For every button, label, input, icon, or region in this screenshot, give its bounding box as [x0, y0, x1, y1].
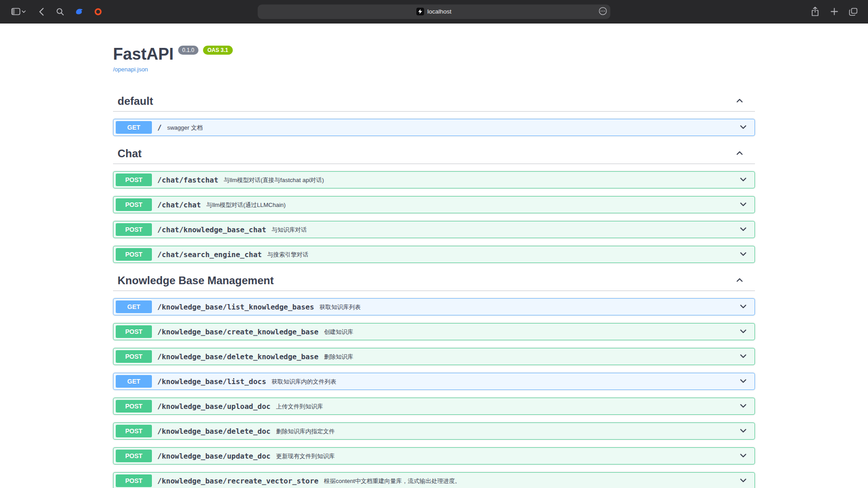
operation-list: GET /knowledge_base/list_knowledge_bases… — [113, 298, 755, 488]
back-button[interactable] — [33, 5, 49, 19]
method-badge: GET — [116, 121, 152, 134]
expand-operation-button[interactable] — [738, 475, 749, 487]
operation-row[interactable]: POST /knowledge_base/upload_doc 上传文件到知识库 — [113, 398, 755, 415]
operation-description: 更新现有文件到知识库 — [276, 452, 738, 460]
chevron-down-icon — [739, 249, 748, 260]
operation-row[interactable]: POST /knowledge_base/delete_doc 删除知识库内指定… — [113, 422, 755, 440]
method-badge: POST — [116, 325, 152, 338]
operation-summary[interactable]: GET /knowledge_base/list_docs 获取知识库内的文件列… — [113, 373, 755, 389]
operation-summary[interactable]: POST /knowledge_base/delete_doc 删除知识库内指定… — [113, 423, 755, 439]
operation-row[interactable]: POST /chat/knowledge_base_chat 与知识库对话 — [113, 221, 755, 238]
toolbar-right-group — [807, 5, 861, 19]
operation-path: /knowledge_base/list_knowledge_bases — [152, 303, 320, 311]
method-badge: GET — [116, 375, 152, 388]
operation-summary[interactable]: POST /chat/search_engine_chat 与搜索引擎对话 — [113, 246, 755, 263]
method-badge: POST — [116, 198, 152, 211]
chevron-down-icon — [739, 451, 748, 461]
operation-row[interactable]: POST /chat/fastchat 与llm模型对话(直接与fastchat… — [113, 171, 755, 188]
expand-operation-button[interactable] — [738, 224, 749, 236]
operation-summary[interactable]: POST /knowledge_base/upload_doc 上传文件到知识库 — [113, 398, 755, 414]
operation-path: /knowledge_base/update_doc — [152, 452, 276, 460]
collapse-section-button[interactable] — [734, 95, 745, 108]
bird-extension-button[interactable] — [71, 5, 87, 19]
operation-description: swagger 文档 — [167, 123, 738, 132]
expand-operation-button[interactable] — [738, 301, 749, 313]
operation-description: 获取知识库内的文件列表 — [272, 377, 738, 386]
operation-summary[interactable]: GET / swagger 文档 — [113, 119, 755, 136]
operation-row[interactable]: GET /knowledge_base/list_knowledge_bases… — [113, 298, 755, 315]
chevron-down-icon — [739, 327, 748, 337]
operation-summary[interactable]: POST /chat/knowledge_base_chat 与知识库对话 — [113, 221, 755, 238]
sidebar-toggle-button[interactable] — [7, 5, 30, 19]
expand-operation-button[interactable] — [738, 174, 749, 186]
expand-operation-button[interactable] — [738, 375, 749, 388]
tab-overview-icon — [849, 8, 858, 16]
expand-operation-button[interactable] — [738, 326, 749, 338]
operation-summary[interactable]: GET /knowledge_base/list_knowledge_bases… — [113, 299, 755, 315]
method-badge: POST — [116, 400, 152, 413]
collapse-section-button[interactable] — [734, 275, 745, 287]
section-title: Knowledge Base Management — [118, 274, 274, 287]
expand-operation-button[interactable] — [738, 351, 749, 363]
search-button[interactable] — [52, 5, 68, 19]
collapse-section-button[interactable] — [734, 148, 745, 160]
chevron-down-icon — [739, 122, 748, 133]
address-bar[interactable]: localhost — [258, 5, 610, 19]
new-tab-button[interactable] — [826, 5, 842, 19]
operation-path: /knowledge_base/list_docs — [152, 377, 272, 386]
operation-description: 获取知识库列表 — [320, 303, 738, 311]
expand-operation-button[interactable] — [738, 199, 749, 211]
operation-path: /knowledge_base/create_knowledge_base — [152, 328, 324, 336]
operation-row[interactable]: POST /chat/chat 与llm模型对话(通过LLMChain) — [113, 196, 755, 213]
chevron-down-icon — [739, 225, 748, 235]
bird-extension-icon — [75, 8, 84, 15]
circled-ellipsis-icon — [599, 7, 607, 17]
record-extension-button[interactable] — [90, 5, 106, 19]
operation-row[interactable]: POST /chat/search_engine_chat 与搜索引擎对话 — [113, 246, 755, 263]
api-title: FastAPI 0.1.0 OAS 3.1 — [113, 44, 755, 64]
url-text: localhost — [427, 8, 451, 15]
operation-row[interactable]: POST /knowledge_base/recreate_vector_sto… — [113, 472, 755, 488]
openapi-link[interactable]: /openapi.json — [113, 66, 148, 73]
api-section: Chat POST /chat/fastchat 与llm模型对话(直接与fas… — [113, 144, 755, 263]
expand-operation-button[interactable] — [738, 425, 749, 437]
operation-summary[interactable]: POST /knowledge_base/create_knowledge_ba… — [113, 324, 755, 340]
expand-operation-button[interactable] — [738, 450, 749, 462]
operation-row[interactable]: GET /knowledge_base/list_docs 获取知识库内的文件列… — [113, 373, 755, 390]
operation-path: /knowledge_base/recreate_vector_store — [152, 477, 324, 485]
oas-badge: OAS 3.1 — [203, 46, 233, 55]
new-tab-plus-icon — [830, 8, 838, 15]
operation-row[interactable]: POST /knowledge_base/update_doc 更新现有文件到知… — [113, 447, 755, 465]
page-menu-button[interactable] — [599, 7, 607, 17]
operation-description: 删除知识库 — [324, 352, 738, 361]
expand-operation-button[interactable] — [738, 249, 749, 261]
operation-path: /knowledge_base/upload_doc — [152, 402, 276, 411]
chevron-up-icon — [735, 276, 744, 286]
operation-row[interactable]: POST /knowledge_base/delete_knowledge_ba… — [113, 348, 755, 365]
share-button[interactable] — [807, 5, 823, 19]
operation-description: 创建知识库 — [324, 328, 738, 336]
record-extension-icon — [94, 8, 102, 16]
version-badge: 0.1.0 — [178, 46, 198, 55]
operation-summary[interactable]: POST /chat/chat 与llm模型对话(通过LLMChain) — [113, 197, 755, 213]
method-badge: POST — [116, 425, 152, 437]
expand-operation-button[interactable] — [738, 122, 749, 134]
expand-operation-button[interactable] — [738, 400, 749, 413]
back-icon — [39, 8, 44, 16]
section-header[interactable]: Chat — [113, 144, 755, 164]
method-badge: GET — [116, 300, 152, 313]
operation-row[interactable]: GET / swagger 文档 — [113, 119, 755, 136]
operation-summary[interactable]: POST /chat/fastchat 与llm模型对话(直接与fastchat… — [113, 172, 755, 188]
section-header[interactable]: Knowledge Base Management — [113, 271, 755, 291]
tab-overview-button[interactable] — [845, 5, 861, 19]
operation-summary[interactable]: POST /knowledge_base/recreate_vector_sto… — [113, 473, 755, 488]
operation-row[interactable]: POST /knowledge_base/create_knowledge_ba… — [113, 323, 755, 340]
operation-summary[interactable]: POST /knowledge_base/delete_knowledge_ba… — [113, 348, 755, 365]
operation-summary[interactable]: POST /knowledge_base/update_doc 更新现有文件到知… — [113, 448, 755, 464]
section-header[interactable]: default — [113, 91, 755, 112]
operation-description: 删除知识库内指定文件 — [276, 427, 738, 436]
api-section: default GET / swagger 文档 — [113, 91, 755, 136]
browser-toolbar: localhost — [0, 0, 868, 23]
operation-path: /chat/knowledge_base_chat — [152, 225, 272, 234]
operation-description: 根据content中文档重建向量库，流式输出处理进度。 — [324, 477, 738, 485]
